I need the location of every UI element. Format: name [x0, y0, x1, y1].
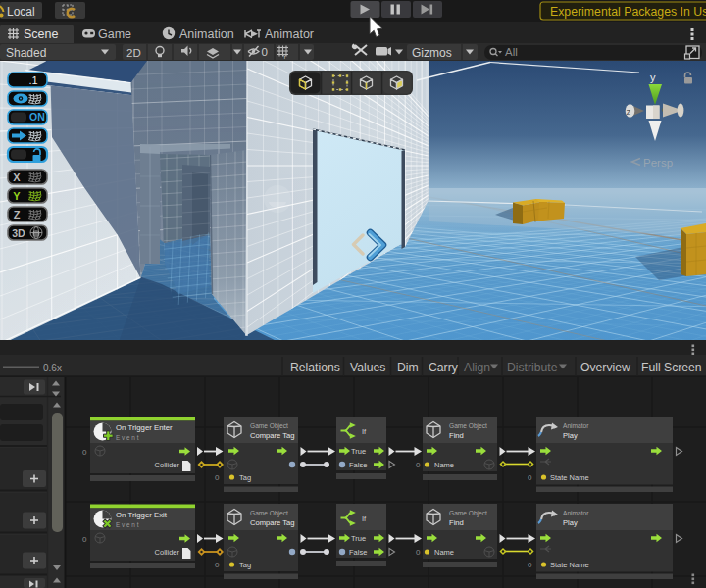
svg-text:State Name: State Name: [550, 561, 589, 569]
svg-text:Play: Play: [563, 518, 578, 527]
svg-text:Full Screen: Full Screen: [641, 361, 702, 374]
svg-text:Game Object: Game Object: [250, 422, 288, 430]
svg-text:Animator: Animator: [563, 510, 589, 516]
svg-text:0: 0: [528, 473, 532, 482]
svg-text:3D: 3D: [12, 227, 25, 239]
svg-text:False: False: [349, 548, 367, 557]
svg-text:Collider: Collider: [155, 548, 180, 557]
svg-text:0: 0: [215, 561, 220, 569]
svg-text:Distribute: Distribute: [507, 361, 558, 374]
svg-text:0.6x: 0.6x: [43, 363, 62, 373]
svg-text:z: z: [627, 106, 631, 117]
svg-text:Shaded: Shaded: [6, 46, 46, 60]
svg-text:False: False: [349, 461, 367, 469]
svg-text:ON: ON: [29, 111, 45, 122]
svg-text:0: 0: [82, 448, 87, 457]
svg-text:Game Object: Game Object: [250, 510, 288, 517]
svg-text:Scene: Scene: [24, 27, 58, 41]
svg-text:True: True: [351, 447, 366, 456]
svg-text:Find: Find: [449, 431, 464, 440]
svg-text:Carry: Carry: [429, 361, 459, 374]
svg-text:Values: Values: [350, 361, 385, 374]
svg-text:0: 0: [82, 535, 87, 544]
svg-text:Tag: Tag: [239, 473, 251, 482]
svg-text:State Name: State Name: [550, 473, 589, 482]
svg-text:E v e n t: E v e n t: [116, 434, 139, 441]
svg-text:True: True: [351, 534, 366, 543]
svg-text:Z: Z: [14, 209, 21, 220]
svg-text:y: y: [650, 72, 656, 83]
svg-text:Animator: Animator: [265, 27, 314, 41]
svg-text:0: 0: [416, 461, 421, 469]
svg-text:0: 0: [528, 561, 532, 569]
svg-text:Find: Find: [449, 518, 464, 527]
svg-text:Experimental Packages In Us: Experimental Packages In Us: [550, 5, 706, 19]
svg-text:Name: Name: [434, 548, 454, 557]
svg-text:0: 0: [416, 548, 421, 557]
svg-text:0: 0: [215, 473, 220, 482]
svg-text:E v e n t: E v e n t: [116, 521, 139, 528]
svg-text:Name: Name: [434, 461, 454, 469]
svg-text:On Trigger Exit: On Trigger Exit: [116, 511, 168, 519]
svg-text:.1: .1: [28, 74, 37, 86]
svg-text:0: 0: [262, 46, 268, 58]
svg-text:Dim: Dim: [397, 361, 419, 374]
svg-text:Play: Play: [563, 431, 578, 440]
svg-text:Local: Local: [7, 5, 35, 19]
svg-text:2D: 2D: [126, 47, 141, 59]
svg-text:Game Object: Game Object: [449, 510, 487, 517]
svg-text:Game Object: Game Object: [449, 422, 487, 430]
svg-text:Collider: Collider: [155, 461, 180, 469]
svg-text:X: X: [13, 172, 21, 183]
svg-text:Animation: Animation: [179, 27, 234, 41]
svg-text:Y: Y: [13, 190, 21, 202]
svg-text:Overview: Overview: [580, 361, 630, 374]
svg-text:Animator: Animator: [563, 422, 589, 429]
svg-text:Align: Align: [464, 361, 490, 374]
svg-text:Y: Y: [282, 53, 287, 60]
svg-text:Relations: Relations: [290, 361, 340, 374]
svg-text:Persp: Persp: [643, 157, 673, 169]
svg-text:Compare Tag: Compare Tag: [250, 431, 294, 440]
svg-text:On Trigger Enter: On Trigger Enter: [116, 423, 173, 432]
svg-text:Tag: Tag: [239, 561, 251, 569]
svg-text:All: All: [505, 46, 518, 58]
svg-text:Gizmos: Gizmos: [412, 46, 452, 60]
svg-text:Game: Game: [98, 27, 131, 41]
svg-text:Compare Tag: Compare Tag: [250, 518, 294, 527]
